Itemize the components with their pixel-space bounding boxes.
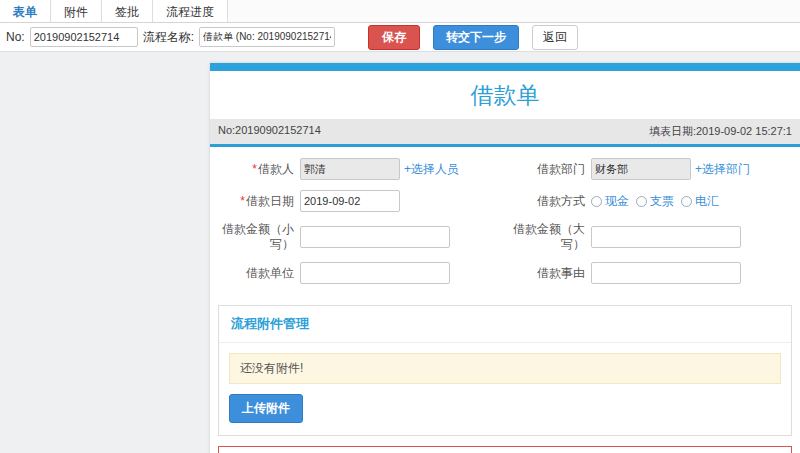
- form-row: *借款人 +选择人员 借款部门 +选择部门: [214, 153, 796, 185]
- loan-date-label-cell: *借款日期: [214, 194, 300, 209]
- loan-reason-control: [591, 262, 741, 284]
- loan-reason-label: 借款事由: [505, 266, 591, 281]
- radio-icon[interactable]: [636, 196, 647, 207]
- borrower-control: +选择人员: [300, 158, 459, 180]
- loan-method-options: 现金 支票 电汇: [591, 193, 726, 210]
- method-cash-label[interactable]: 现金: [605, 193, 629, 210]
- loan-method-label: 借款方式: [505, 194, 591, 209]
- process-name-input[interactable]: [199, 27, 335, 47]
- loan-unit-label: 借款单位: [214, 266, 300, 281]
- loan-reason-field: 借款事由: [505, 257, 796, 289]
- loan-form-panel: 借款单 No:20190902152714 填表日期:2019-09-02 15…: [210, 63, 800, 453]
- no-input[interactable]: [30, 27, 138, 47]
- loan-method-field: 借款方式 现金 支票 电汇: [505, 185, 796, 217]
- tab-approval[interactable]: 签批: [102, 0, 153, 22]
- form-row: 借款单位 借款事由: [214, 257, 796, 289]
- amount-small-input[interactable]: [300, 226, 450, 248]
- attachment-section: 流程附件管理 还没有附件! 上传附件: [218, 305, 792, 436]
- borrower-label: 借款人: [258, 162, 294, 176]
- amount-small-label: 借款金额（小写）: [214, 222, 300, 252]
- amount-big-input[interactable]: [591, 226, 741, 248]
- method-option-wire[interactable]: 电汇: [681, 193, 719, 210]
- content-area: 借款单 No:20190902152714 填表日期:2019-09-02 15…: [0, 52, 800, 453]
- approval-title: 流程签批意见: [219, 447, 791, 453]
- form-title: 借款单: [210, 71, 800, 119]
- borrower-field: *借款人 +选择人员: [214, 153, 505, 185]
- loan-unit-input[interactable]: [300, 262, 450, 284]
- loan-date-field: *借款日期: [214, 185, 505, 217]
- loan-unit-control: [300, 262, 450, 284]
- department-control: +选择部门: [591, 158, 750, 180]
- amount-small-control: [300, 226, 450, 248]
- loan-unit-field: 借款单位: [214, 257, 505, 289]
- borrower-input[interactable]: [300, 158, 400, 180]
- amount-small-field: 借款金额（小写）: [214, 217, 505, 257]
- select-person-link[interactable]: +选择人员: [404, 161, 459, 178]
- form-fields: *借款人 +选择人员 借款部门 +选择部门 *借款日期: [210, 147, 800, 297]
- loan-date-control: [300, 190, 400, 212]
- loan-date-input[interactable]: [300, 190, 400, 212]
- tab-form[interactable]: 表单: [0, 0, 51, 22]
- tab-attachment[interactable]: 附件: [51, 0, 102, 22]
- amount-big-field: 借款金额（大写）: [505, 217, 796, 257]
- save-button[interactable]: 保存: [368, 25, 420, 50]
- method-wire-label[interactable]: 电汇: [695, 193, 719, 210]
- toolbar: No: 流程名称: 保存 转交下一步 返回: [0, 23, 800, 52]
- amount-big-label: 借款金额（大写）: [505, 222, 591, 252]
- no-attachment-notice: 还没有附件!: [229, 353, 781, 384]
- back-button[interactable]: 返回: [532, 25, 578, 50]
- radio-icon[interactable]: [681, 196, 692, 207]
- attachment-title: 流程附件管理: [219, 306, 791, 343]
- method-check-label[interactable]: 支票: [650, 193, 674, 210]
- upload-attachment-button[interactable]: 上传附件: [229, 394, 303, 423]
- form-row: 借款金额（小写） 借款金额（大写）: [214, 217, 796, 257]
- process-name-label: 流程名称:: [143, 29, 194, 46]
- required-asterisk: *: [240, 194, 245, 208]
- loan-reason-input[interactable]: [591, 262, 741, 284]
- department-label: 借款部门: [505, 162, 591, 177]
- department-input[interactable]: [591, 158, 691, 180]
- form-number: No:20190902152714: [218, 124, 321, 139]
- department-field: 借款部门 +选择部门: [505, 153, 796, 185]
- panel-top-accent: [210, 63, 800, 71]
- no-label: No:: [6, 30, 25, 44]
- tab-process-progress[interactable]: 流程进度: [153, 0, 228, 22]
- method-option-cash[interactable]: 现金: [591, 193, 629, 210]
- borrower-label-cell: *借款人: [214, 162, 300, 177]
- form-fill-date: 填表日期:2019-09-02 15:27:1: [649, 124, 792, 139]
- required-asterisk: *: [252, 162, 257, 176]
- next-step-button[interactable]: 转交下一步: [433, 25, 519, 50]
- info-bar: No:20190902152714 填表日期:2019-09-02 15:27:…: [210, 119, 800, 147]
- loan-date-label: 借款日期: [246, 194, 294, 208]
- radio-icon[interactable]: [591, 196, 602, 207]
- method-option-check[interactable]: 支票: [636, 193, 674, 210]
- amount-big-control: [591, 226, 741, 248]
- select-department-link[interactable]: +选择部门: [695, 161, 750, 178]
- tab-bar: 表单 附件 签批 流程进度: [0, 0, 800, 23]
- form-row: *借款日期 借款方式 现金 支票 电汇: [214, 185, 796, 217]
- approval-section: 流程签批意见 B I abc A ∞ ⚑ ≣ ≡ « » ”: [218, 446, 792, 453]
